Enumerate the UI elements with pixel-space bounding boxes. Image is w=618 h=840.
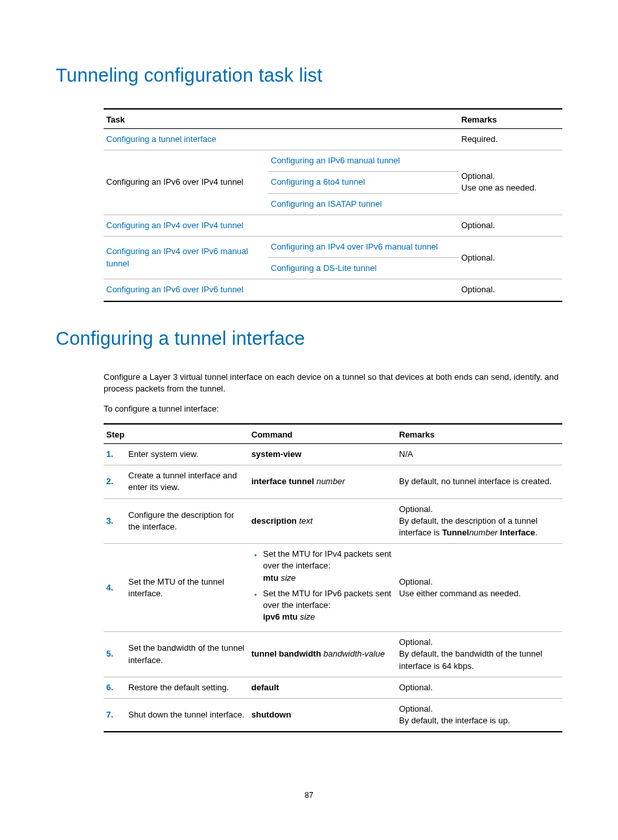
remarks: N/A <box>396 444 562 465</box>
link-isatap-tunnel[interactable]: Configuring an ISATAP tunnel <box>268 193 459 215</box>
cmd-arg: size <box>297 612 315 622</box>
page-number: 87 <box>56 791 562 800</box>
command: tunnel bandwidth bandwidth-value <box>249 632 396 677</box>
paragraph: To configure a tunnel interface: <box>104 403 562 415</box>
cmd-arg: bandwidth-value <box>321 649 385 659</box>
link-ipv4-over-ipv6-manual[interactable]: Configuring an IPv4 over IPv6 manual tun… <box>104 236 268 279</box>
remarks: Optional. Use either command as needed. <box>396 544 562 632</box>
step-number: 3. <box>104 498 126 544</box>
text: Set the MTU for IPv4 packets sent over t… <box>263 549 391 570</box>
cell-ipv6-over-ipv4: Configuring an IPv6 over IPv4 tunnel <box>104 150 268 215</box>
step-text: Create a tunnel interface and enter its … <box>126 465 249 498</box>
link-dslite-tunnel[interactable]: Configuring a DS-Lite tunnel <box>268 258 459 279</box>
text: By default, the bandwidth of the tunnel … <box>399 649 542 670</box>
th-remarks: Remarks <box>459 109 562 129</box>
text: Optional. <box>461 171 495 181</box>
text: Optional. <box>399 577 433 587</box>
cmd-bold: mtu <box>263 573 279 583</box>
remarks: By default, no tunnel interface is creat… <box>396 465 562 498</box>
text: Optional. <box>399 637 433 647</box>
command: default <box>249 677 396 698</box>
text-bold: Tunnel <box>442 528 469 537</box>
step-text: Configure the description for the interf… <box>126 498 249 544</box>
heading-task-list: Tunneling configuration task list <box>56 65 562 86</box>
cell-remarks: Optional. <box>459 215 562 236</box>
text: Optional. <box>399 704 433 714</box>
remarks: Optional. By default, the interface is u… <box>396 699 562 732</box>
step-number: 6. <box>104 677 126 698</box>
list-item: Set the MTU for IPv6 packets sent over t… <box>263 588 394 624</box>
step-text: Enter system view. <box>126 444 249 465</box>
link-ipv4-over-ipv4[interactable]: Configuring an IPv4 over IPv4 tunnel <box>104 215 459 236</box>
text: Use one as needed. <box>461 183 536 192</box>
cmd-arg: text <box>297 516 313 526</box>
link-ipv6-manual-tunnel[interactable]: Configuring an IPv6 manual tunnel <box>268 150 459 172</box>
remarks: Optional. <box>396 677 562 698</box>
th-command: Command <box>249 424 396 444</box>
text: Use either command as needed. <box>399 589 521 598</box>
paragraph: Configure a Layer 3 virtual tunnel inter… <box>104 371 562 396</box>
command: description text <box>249 498 396 544</box>
text-italic: number <box>469 528 498 537</box>
command: shutdown <box>249 699 396 732</box>
cmd-bold: ipv6 mtu <box>263 612 297 622</box>
text: Optional. <box>399 504 433 514</box>
step-number: 4. <box>104 544 126 632</box>
step-number: 1. <box>104 444 126 465</box>
config-steps-table: Step Command Remarks 1. Enter system vie… <box>104 423 562 732</box>
cmd-arg: number <box>314 476 345 486</box>
link-ipv4-over-ipv6-manual-sub[interactable]: Configuring an IPv4 over IPv6 manual tun… <box>268 236 459 257</box>
link-6to4-tunnel[interactable]: Configuring a 6to4 tunnel <box>268 172 459 193</box>
step-number: 2. <box>104 465 126 498</box>
text: By default, the interface is up. <box>399 716 510 725</box>
link-ipv6-over-ipv6[interactable]: Configuring an IPv6 over IPv6 tunnel <box>104 279 459 301</box>
task-list-table: Task Remarks Configuring a tunnel interf… <box>104 108 562 302</box>
list-item: Set the MTU for IPv4 packets sent over t… <box>263 548 394 584</box>
cmd-bold: tunnel bandwidth <box>251 649 321 659</box>
step-number: 7. <box>104 699 126 732</box>
step-text: Set the bandwidth of the tunnel interfac… <box>126 632 249 677</box>
cell-remarks: Optional. <box>459 236 562 279</box>
heading-config-tunnel-interface: Configuring a tunnel interface <box>56 328 562 349</box>
command: Set the MTU for IPv4 packets sent over t… <box>249 544 396 632</box>
th-step: Step <box>104 424 249 444</box>
text: . <box>535 528 538 537</box>
command: system-view <box>249 444 396 465</box>
link-config-tunnel-interface[interactable]: Configuring a tunnel interface <box>104 129 459 150</box>
step-number: 5. <box>104 632 126 677</box>
command: interface tunnel number <box>249 465 396 498</box>
text-bold: Interface <box>498 528 535 537</box>
step-text: Restore the default setting. <box>126 677 249 698</box>
remarks: Optional. By default, the description of… <box>396 498 562 544</box>
cell-remarks: Required. <box>459 129 562 150</box>
cmd-bold: interface tunnel <box>251 476 314 486</box>
th-task: Task <box>104 109 459 129</box>
remarks: Optional. By default, the bandwidth of t… <box>396 632 562 677</box>
step-text: Shut down the tunnel interface. <box>126 699 249 732</box>
step-text: Set the MTU of the tunnel interface. <box>126 544 249 632</box>
cell-remarks: Optional. <box>459 279 562 301</box>
cmd-bold: description <box>251 516 297 526</box>
cmd-arg: size <box>279 573 296 583</box>
th-remarks: Remarks <box>396 424 562 444</box>
text: Set the MTU for IPv6 packets sent over t… <box>263 589 391 610</box>
cell-remarks: Optional. Use one as needed. <box>459 150 562 215</box>
